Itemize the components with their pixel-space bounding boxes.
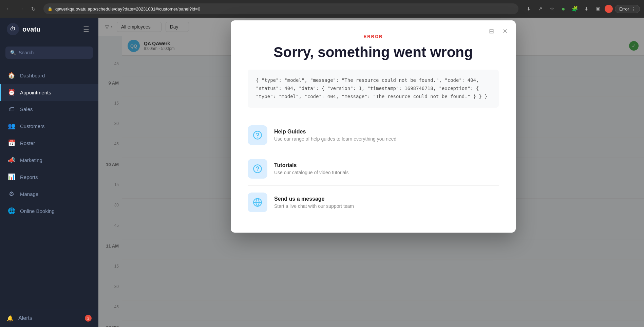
nav-menu: 🏠 Dashboard ⏰ Appointments 🏷 Sales 👥 Cus… [0, 64, 98, 309]
appointments-icon: ⏰ [8, 89, 15, 96]
help-item-guides[interactable]: Help Guides Use our range of help guides… [248, 119, 499, 152]
help-guides-text: Help Guides Use our range of help guides… [274, 129, 396, 142]
roster-icon: 📅 [8, 139, 15, 147]
back-button[interactable]: ← [4, 4, 14, 14]
error-message: { "type": "model", "message": "The resou… [248, 70, 499, 107]
url-text: qawerkqa.ovatu.app/schedule/day?date=202… [55, 6, 200, 12]
split-view-icon: ⊟ [489, 28, 494, 35]
sidebar-item-sales[interactable]: 🏷 Sales [0, 101, 98, 117]
sidebar-footer: 🔔 Alerts 2 [0, 309, 98, 327]
alerts-badge: 2 [85, 315, 92, 322]
share-icon[interactable]: ↗ [535, 4, 545, 14]
star-icon[interactable]: ☆ [547, 4, 556, 14]
tutorials-desc: Use our catalogue of video tutorials [274, 170, 348, 175]
sidebar-item-reports[interactable]: 📊 Reports [0, 168, 98, 185]
sidebar-item-roster[interactable]: 📅 Roster [0, 134, 98, 151]
green-extension-icon[interactable]: ● [558, 4, 568, 14]
split-view-button[interactable]: ⊟ [486, 26, 497, 37]
sidebar-item-customers[interactable]: 👥 Customers [0, 117, 98, 134]
sidebar-item-label: Manage [20, 191, 38, 197]
profile-avatar[interactable] [605, 5, 613, 13]
sidebar-item-label: Online Booking [20, 208, 55, 214]
sidebar-item-label: Dashboard [20, 73, 45, 78]
send-message-desc: Start a live chat with our support team [274, 203, 354, 209]
sidebar-item-label: Roster [20, 140, 35, 146]
help-items-list: Help Guides Use our range of help guides… [248, 119, 499, 219]
extensions-icon[interactable]: 🧩 [570, 4, 580, 14]
logo-icon: ⏱ [7, 23, 19, 35]
sidebar-item-label: Appointments [20, 90, 51, 95]
tutorials-title: Tutorials [274, 162, 348, 168]
sidebar-item-dashboard[interactable]: 🏠 Dashboard [0, 67, 98, 84]
sales-icon: 🏷 [8, 106, 15, 113]
customers-icon: 👥 [8, 122, 15, 130]
refresh-button[interactable]: ↻ [29, 4, 38, 14]
reports-icon: 📊 [8, 173, 15, 181]
sidebar-item-appointments[interactable]: ⏰ Appointments [0, 84, 98, 101]
address-bar[interactable]: 🔒 qawerkqa.ovatu.app/schedule/day?date=2… [43, 3, 518, 14]
error-title: Sorry, something went wrong [248, 44, 499, 60]
sidebar-item-online-booking[interactable]: 🌐 Online Booking [0, 202, 98, 219]
tutorials-text: Tutorials Use our catalogue of video tut… [274, 162, 348, 175]
alerts-icon: 🔔 [7, 315, 14, 322]
online-booking-icon: 🌐 [8, 207, 15, 215]
lock-icon: 🔒 [48, 6, 53, 11]
help-item-send-message[interactable]: Send us a message Start a live chat with… [248, 186, 499, 219]
help-guides-icon [248, 125, 267, 145]
sidebar-item-marketing[interactable]: 📣 Marketing [0, 151, 98, 168]
send-message-icon [248, 193, 267, 212]
downloads-icon[interactable]: ⬇ [582, 4, 591, 14]
home-icon: 🏠 [8, 72, 15, 79]
help-item-tutorials[interactable]: Tutorials Use our catalogue of video tut… [248, 152, 499, 186]
browser-chrome: ← → ↻ 🔒 qawerkqa.ovatu.app/schedule/day?… [0, 0, 644, 18]
sidebar-item-manage[interactable]: ⚙ Manage [0, 185, 98, 202]
modal-header-actions: ⊟ ✕ [486, 26, 510, 37]
tablet-icon[interactable]: ▣ [593, 4, 603, 14]
sidebar-header: ⏱ ovatu ☰ [0, 18, 98, 41]
error-modal: ⊟ ✕ ERROR Sorry, something went wrong { … [231, 20, 516, 233]
logo-text: ovatu [22, 25, 40, 33]
hamburger-button[interactable]: ☰ [81, 24, 92, 35]
sidebar: ⏱ ovatu ☰ 🔍 Search 🏠 Dashboard ⏰ Appoint… [0, 18, 98, 327]
search-placeholder: Search [19, 50, 34, 55]
tutorials-icon [248, 159, 267, 179]
download-page-icon[interactable]: ⬇ [524, 4, 533, 14]
help-guides-title: Help Guides [274, 129, 396, 135]
close-icon: ✕ [503, 28, 508, 35]
search-bar[interactable]: 🔍 Search [5, 47, 93, 59]
sidebar-item-label: Sales [20, 106, 33, 112]
sidebar-item-label: Marketing [20, 157, 42, 163]
browser-toolbar: ⬇ ↗ ☆ ● 🧩 ⬇ ▣ Error ⋮ [524, 4, 640, 14]
logo: ⏱ ovatu [7, 23, 40, 35]
alerts-label: Alerts [18, 315, 32, 321]
error-label: ERROR [248, 34, 499, 39]
manage-icon: ⚙ [8, 190, 15, 198]
send-message-text: Send us a message Start a live chat with… [274, 196, 354, 209]
sidebar-item-label: Reports [20, 174, 38, 180]
send-message-title: Send us a message [274, 196, 354, 202]
close-modal-button[interactable]: ✕ [499, 26, 510, 37]
help-guides-desc: Use our range of help guides to learn ev… [274, 136, 396, 142]
error-button[interactable]: Error ⋮ [615, 5, 640, 13]
search-icon: 🔍 [10, 50, 16, 55]
forward-button[interactable]: → [16, 4, 26, 14]
sidebar-item-label: Customers [20, 123, 45, 129]
sidebar-item-alerts[interactable]: 🔔 Alerts 2 [7, 315, 92, 322]
marketing-icon: 📣 [8, 156, 15, 164]
